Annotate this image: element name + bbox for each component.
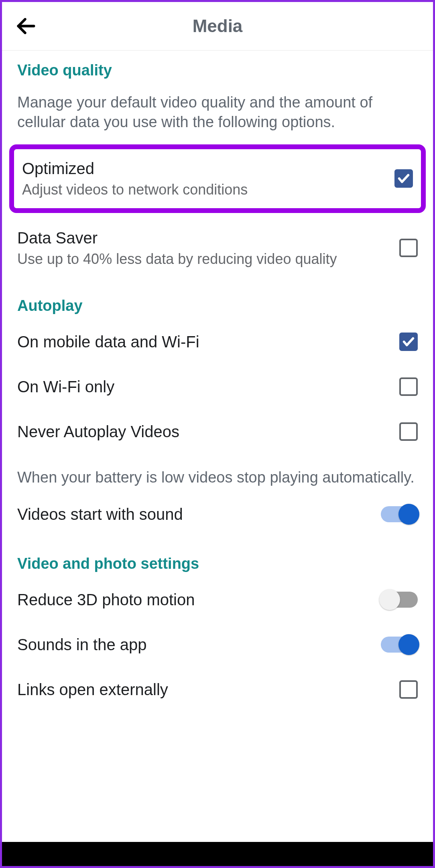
bottom-nav-bar bbox=[2, 842, 433, 866]
option-autoplay-wifi-only-label: On Wi-Fi only bbox=[17, 376, 391, 397]
checkbox-autoplay-never[interactable] bbox=[399, 422, 418, 441]
option-optimized-title: Optimized bbox=[22, 158, 394, 179]
autoplay-battery-note: When your battery is low videos stop pla… bbox=[2, 454, 433, 491]
option-autoplay-never[interactable]: Never Autoplay Videos bbox=[2, 409, 433, 454]
option-autoplay-mobile-wifi[interactable]: On mobile data and Wi-Fi bbox=[2, 319, 433, 364]
section-video-quality-heading: Video quality bbox=[2, 51, 433, 84]
section-video-photo-heading: Video and photo settings bbox=[2, 544, 433, 577]
toggle-knob bbox=[379, 589, 400, 610]
section-video-quality-description: Manage your default video quality and th… bbox=[2, 84, 433, 144]
option-sounds-app-label: Sounds in the app bbox=[17, 634, 373, 655]
toggle-videos-sound[interactable] bbox=[381, 506, 418, 522]
option-data-saver[interactable]: Data Saver Use up to 40% less data by re… bbox=[2, 217, 433, 279]
section-autoplay-heading: Autoplay bbox=[2, 286, 433, 319]
option-reduce-3d[interactable]: Reduce 3D photo motion bbox=[2, 577, 433, 622]
checkbox-autoplay-mobile-wifi[interactable] bbox=[399, 333, 418, 351]
checkbox-data-saver[interactable] bbox=[399, 239, 418, 257]
option-autoplay-wifi-only[interactable]: On Wi-Fi only bbox=[2, 364, 433, 409]
option-optimized[interactable]: Optimized Adjust videos to network condi… bbox=[9, 144, 426, 213]
checkbox-autoplay-wifi-only[interactable] bbox=[399, 377, 418, 396]
toggle-knob bbox=[398, 504, 419, 525]
option-sounds-app[interactable]: Sounds in the app bbox=[2, 622, 433, 667]
option-optimized-subtitle: Adjust videos to network conditions bbox=[22, 180, 394, 199]
back-arrow-icon[interactable] bbox=[14, 14, 38, 38]
option-autoplay-never-label: Never Autoplay Videos bbox=[17, 421, 391, 442]
option-data-saver-title: Data Saver bbox=[17, 227, 391, 248]
option-videos-sound[interactable]: Videos start with sound bbox=[2, 492, 433, 537]
checkbox-optimized[interactable] bbox=[394, 169, 413, 188]
option-videos-sound-label: Videos start with sound bbox=[17, 504, 373, 525]
option-links-external[interactable]: Links open externally bbox=[2, 667, 433, 712]
page-title: Media bbox=[2, 16, 433, 36]
checkbox-links-external[interactable] bbox=[399, 680, 418, 699]
toggle-reduce-3d[interactable] bbox=[381, 592, 418, 608]
option-data-saver-subtitle: Use up to 40% less data by reducing vide… bbox=[17, 250, 391, 269]
header: Media bbox=[2, 2, 433, 51]
toggle-sounds-app[interactable] bbox=[381, 637, 418, 653]
option-reduce-3d-label: Reduce 3D photo motion bbox=[17, 589, 373, 610]
option-links-external-label: Links open externally bbox=[17, 679, 391, 700]
option-autoplay-mobile-wifi-label: On mobile data and Wi-Fi bbox=[17, 331, 391, 352]
content: Video quality Manage your default video … bbox=[2, 51, 433, 842]
toggle-knob bbox=[398, 634, 419, 655]
